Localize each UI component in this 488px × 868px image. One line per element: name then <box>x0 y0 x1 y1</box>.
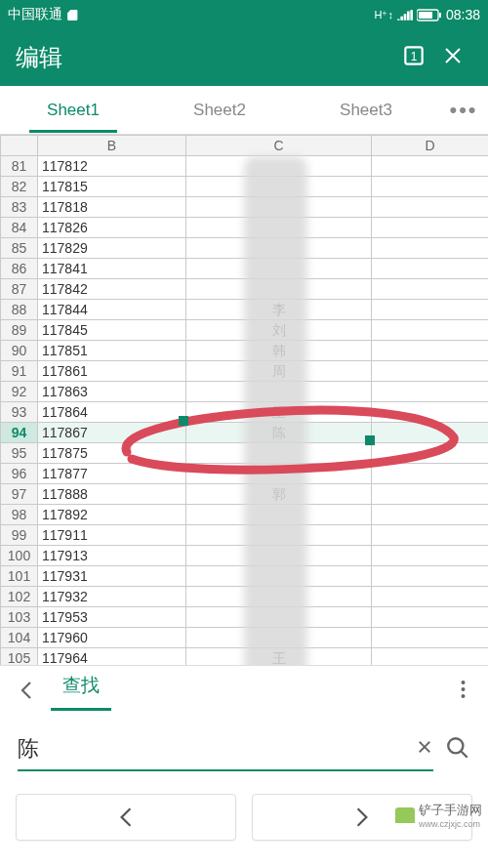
row-header[interactable]: 88 <box>1 300 38 320</box>
cell-b[interactable]: 117875 <box>38 443 186 464</box>
table-row[interactable]: 90117851韩 <box>1 341 489 361</box>
tab-sheet3[interactable]: Sheet3 <box>293 89 439 132</box>
cell-c[interactable]: 陈 <box>186 423 372 443</box>
row-header[interactable]: 95 <box>1 443 38 464</box>
table-row[interactable]: 105117964王 <box>1 648 489 666</box>
table-row[interactable]: 102117932 <box>1 587 489 607</box>
cell-d[interactable] <box>372 464 489 484</box>
cell-d[interactable] <box>372 423 489 443</box>
cell-d[interactable] <box>372 177 489 197</box>
cell-b[interactable]: 117913 <box>38 546 186 566</box>
cell-c[interactable]: 刘 <box>186 320 372 341</box>
row-header[interactable]: 85 <box>1 238 38 259</box>
row-header[interactable]: 83 <box>1 197 38 218</box>
cell-b[interactable]: 117932 <box>38 587 186 607</box>
cell-b[interactable]: 117861 <box>38 361 186 382</box>
cell-d[interactable] <box>372 648 489 666</box>
cell-b[interactable]: 117841 <box>38 259 186 279</box>
cell-d[interactable] <box>372 587 489 607</box>
cell-b[interactable]: 117867 <box>38 423 186 443</box>
cell-d[interactable] <box>372 484 489 505</box>
corner-cell[interactable] <box>1 136 38 156</box>
table-row[interactable]: 85117829 <box>1 238 489 259</box>
tabs-more-button[interactable]: ••• <box>439 98 488 123</box>
find-more-button[interactable] <box>445 680 480 704</box>
row-header[interactable]: 93 <box>1 402 38 423</box>
row-header[interactable]: 103 <box>1 607 38 628</box>
find-prev-button[interactable] <box>16 794 236 841</box>
row-header[interactable]: 102 <box>1 587 38 607</box>
row-header[interactable]: 97 <box>1 484 38 505</box>
clear-search-button[interactable] <box>416 736 433 762</box>
table-row[interactable]: 94117867陈 <box>1 423 489 443</box>
table-row[interactable]: 96117877 <box>1 464 489 484</box>
cell-d[interactable] <box>372 218 489 238</box>
cell-c[interactable] <box>186 566 372 587</box>
cell-b[interactable]: 117844 <box>38 300 186 320</box>
row-header[interactable]: 82 <box>1 177 38 197</box>
cell-d[interactable] <box>372 566 489 587</box>
cell-d[interactable] <box>372 382 489 402</box>
cell-c[interactable] <box>186 505 372 525</box>
cell-c[interactable]: 周 <box>186 361 372 382</box>
spreadsheet-grid[interactable]: B C D 8111781282117815831178188411782685… <box>0 135 488 665</box>
cell-d[interactable] <box>372 197 489 218</box>
row-header[interactable]: 98 <box>1 505 38 525</box>
cell-c[interactable] <box>186 238 372 259</box>
cell-d[interactable] <box>372 341 489 361</box>
row-header[interactable]: 87 <box>1 279 38 300</box>
row-header[interactable]: 99 <box>1 525 38 546</box>
table-row[interactable]: 97117888郭 <box>1 484 489 505</box>
table-row[interactable]: 100117913 <box>1 546 489 566</box>
search-submit-button[interactable] <box>445 735 470 765</box>
row-header[interactable]: 94 <box>1 423 38 443</box>
cell-d[interactable] <box>372 156 489 177</box>
search-input[interactable]: 陈 <box>18 728 433 771</box>
row-header[interactable]: 92 <box>1 382 38 402</box>
cell-b[interactable]: 117888 <box>38 484 186 505</box>
row-header[interactable]: 84 <box>1 218 38 238</box>
table-row[interactable]: 103117953 <box>1 607 489 628</box>
cell-b[interactable]: 117845 <box>38 320 186 341</box>
cell-c[interactable] <box>186 628 372 648</box>
table-row[interactable]: 93117864王 <box>1 402 489 423</box>
table-row[interactable]: 98117892 <box>1 505 489 525</box>
row-header[interactable]: 91 <box>1 361 38 382</box>
cell-d[interactable] <box>372 300 489 320</box>
cell-b[interactable]: 117812 <box>38 156 186 177</box>
table-row[interactable]: 92117863 <box>1 382 489 402</box>
cell-d[interactable] <box>372 546 489 566</box>
cell-b[interactable]: 117842 <box>38 279 186 300</box>
col-header-b[interactable]: B <box>38 136 186 156</box>
row-header[interactable]: 105 <box>1 648 38 666</box>
cell-d[interactable] <box>372 505 489 525</box>
cell-b[interactable]: 117829 <box>38 238 186 259</box>
find-next-button[interactable] <box>252 794 472 841</box>
cell-c[interactable] <box>186 197 372 218</box>
cell-c[interactable] <box>186 587 372 607</box>
cell-d[interactable] <box>372 238 489 259</box>
table-row[interactable]: 81117812 <box>1 156 489 177</box>
cell-b[interactable]: 117931 <box>38 566 186 587</box>
table-row[interactable]: 84117826 <box>1 218 489 238</box>
window-button[interactable]: 1 <box>394 43 433 72</box>
cell-b[interactable]: 117863 <box>38 382 186 402</box>
cell-c[interactable]: 李 <box>186 300 372 320</box>
cell-c[interactable] <box>186 525 372 546</box>
row-header[interactable]: 86 <box>1 259 38 279</box>
cell-b[interactable]: 117818 <box>38 197 186 218</box>
table-row[interactable]: 87117842 <box>1 279 489 300</box>
cell-b[interactable]: 117892 <box>38 505 186 525</box>
cell-d[interactable] <box>372 402 489 423</box>
cell-c[interactable]: 韩 <box>186 341 372 361</box>
cell-b[interactable]: 117864 <box>38 402 186 423</box>
cell-d[interactable] <box>372 279 489 300</box>
cell-c[interactable] <box>186 218 372 238</box>
row-header[interactable]: 104 <box>1 628 38 648</box>
cell-c[interactable] <box>186 464 372 484</box>
table-row[interactable]: 86117841 <box>1 259 489 279</box>
table-row[interactable]: 89117845刘 <box>1 320 489 341</box>
cell-c[interactable] <box>186 279 372 300</box>
cell-b[interactable]: 117960 <box>38 628 186 648</box>
close-button[interactable] <box>433 44 472 71</box>
